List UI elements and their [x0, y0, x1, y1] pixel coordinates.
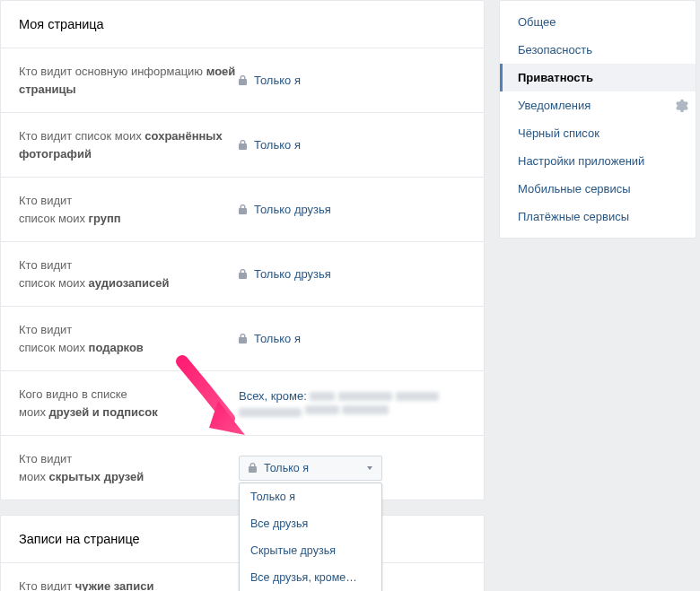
settings-sidebar: ОбщееБезопасностьПриватностьУведомленияЧ… [499, 0, 696, 239]
sidebar-item[interactable]: Общее [500, 8, 696, 36]
mypage-header: Моя страница [1, 1, 484, 48]
chevron-down-icon [367, 466, 372, 470]
sidebar-item[interactable]: Приватность [500, 64, 696, 91]
lock-icon [239, 334, 247, 343]
setting-label: Кто видитсписок моих аудиозаписей [19, 256, 239, 291]
setting-value[interactable]: Только я [239, 138, 466, 152]
lock-icon [249, 463, 257, 473]
setting-row: Кто видитсписок моих аудиозаписейТолько … [1, 242, 484, 307]
dropdown-selected: Только я [264, 462, 309, 474]
setting-label: Кого видно в спискемоих друзей и подписо… [19, 386, 239, 421]
setting-value-link[interactable]: Только я [254, 138, 301, 152]
sidebar-item[interactable]: Настройки приложений [500, 147, 696, 175]
setting-row: Кто видит список моих сохранённых фотогр… [1, 113, 484, 178]
dropdown-option[interactable]: Только я [240, 483, 381, 510]
setting-label: Кто видитсписок моих групп [19, 192, 239, 227]
setting-value-link[interactable]: Только друзья [254, 203, 331, 216]
setting-value[interactable]: Только друзья [239, 267, 466, 281]
setting-row: Кто видитсписок моих группТолько друзья [1, 178, 484, 242]
setting-value-link[interactable]: Всех, кроме: [239, 389, 310, 403]
setting-label: Кто видит основную информацию моей стран… [19, 63, 239, 98]
setting-value-link[interactable]: Только друзья [254, 267, 331, 281]
setting-value[interactable]: Только я [239, 74, 466, 87]
visibility-dropdown[interactable]: Только яТолько яВсе друзьяСкрытые друзья… [239, 456, 382, 481]
dropdown-menu: Только яВсе друзьяСкрытые друзьяВсе друз… [239, 482, 382, 592]
setting-value-link[interactable]: Только я [254, 332, 301, 345]
setting-row: Кого видно в спискемоих друзей и подписо… [1, 371, 484, 436]
gear-icon[interactable] [674, 99, 688, 113]
setting-row: Кто видитмоих скрытых друзейТолько яТоль… [1, 436, 484, 500]
setting-value: Только яТолько яВсе друзьяСкрытые друзья… [239, 456, 466, 481]
sidebar-item[interactable]: Безопасность [500, 36, 696, 64]
dropdown-option[interactable]: Все друзья, кроме… [240, 564, 381, 591]
dropdown-button[interactable]: Только я [239, 456, 382, 481]
setting-row: Кто видитсписок моих подарковТолько я [1, 307, 484, 371]
setting-label: Кто видит список моих сохранённых фотогр… [19, 127, 239, 162]
setting-row: Кто видит основную информацию моей стран… [1, 48, 484, 113]
lock-icon [239, 140, 247, 150]
mypage-card: Моя страница Кто видит основную информац… [0, 0, 485, 500]
setting-label: Кто видитмоих скрытых друзей [19, 450, 239, 485]
setting-value[interactable]: Только друзья [239, 203, 466, 216]
sidebar-item[interactable]: Платёжные сервисы [500, 203, 696, 230]
dropdown-option[interactable]: Все друзья [240, 510, 381, 537]
setting-label: Кто видит чужие записина моей странице [19, 578, 239, 591]
setting-value-link[interactable]: Только я [254, 74, 301, 87]
lock-icon [239, 75, 247, 85]
dropdown-option[interactable]: Скрытые друзья [240, 537, 381, 564]
setting-value[interactable]: Всех, кроме: [239, 389, 466, 418]
lock-icon [239, 204, 247, 214]
sidebar-item[interactable]: Мобильные сервисы [500, 175, 696, 203]
lock-icon [239, 269, 247, 279]
setting-value[interactable]: Только я [239, 332, 466, 345]
sidebar-item[interactable]: Уведомления [500, 91, 696, 119]
sidebar-item[interactable]: Чёрный список [500, 119, 696, 147]
setting-label: Кто видитсписок моих подарков [19, 321, 239, 356]
